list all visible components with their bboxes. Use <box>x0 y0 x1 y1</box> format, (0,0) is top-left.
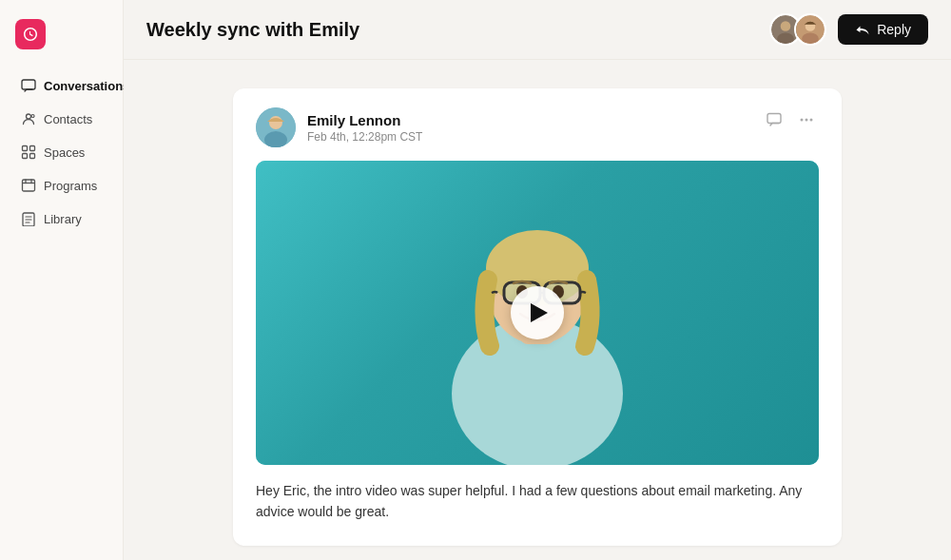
svg-point-11 <box>777 33 794 45</box>
main-area: Weekly sync with Emily <box>124 0 951 560</box>
sender-date: Feb 4th, 12:28pm CST <box>307 130 422 144</box>
contacts-icon <box>21 111 36 126</box>
play-triangle-icon <box>531 303 548 322</box>
more-options-button[interactable] <box>794 107 819 132</box>
header-actions: Reply <box>769 13 928 46</box>
svg-point-21 <box>810 119 813 122</box>
sidebar-item-programs[interactable]: Programs <box>6 169 117 202</box>
sender-details: Emily Lennon Feb 4th, 12:28pm CST <box>307 112 422 144</box>
content-area: Emily Lennon Feb 4th, 12:28pm CST <box>124 60 951 560</box>
sidebar-item-library[interactable]: Library <box>6 203 117 235</box>
sidebar-item-conversations[interactable]: Conversations <box>6 69 117 102</box>
sender-info: Emily Lennon Feb 4th, 12:28pm CST <box>256 107 422 147</box>
logo-area <box>0 11 123 68</box>
library-icon <box>21 211 36 226</box>
sidebar-item-spaces[interactable]: Spaces <box>6 136 117 168</box>
svg-point-14 <box>802 33 819 45</box>
sidebar-nav: Conversations Contacts Sp <box>0 68 123 236</box>
svg-point-2 <box>31 115 34 118</box>
sender-name: Emily Lennon <box>307 112 422 128</box>
participant-avatar-female <box>794 13 826 46</box>
svg-rect-18 <box>767 114 781 124</box>
sidebar-item-contacts[interactable]: Contacts <box>6 103 117 135</box>
programs-icon <box>21 178 36 193</box>
spaces-label: Spaces <box>44 145 85 160</box>
reply-icon <box>855 22 870 37</box>
comment-button[interactable] <box>762 107 786 132</box>
page-header: Weekly sync with Emily <box>124 0 951 60</box>
reply-label: Reply <box>877 22 911 37</box>
svg-rect-4 <box>30 146 35 151</box>
svg-point-20 <box>805 119 808 122</box>
conversations-label: Conversations <box>44 79 129 93</box>
svg-rect-0 <box>22 80 35 89</box>
video-thumbnail[interactable] <box>256 161 819 465</box>
play-button[interactable] <box>511 286 564 339</box>
reply-button[interactable]: Reply <box>838 14 928 45</box>
svg-point-10 <box>781 21 791 31</box>
svg-rect-6 <box>30 154 35 159</box>
svg-rect-3 <box>23 146 28 151</box>
message-body: Hey Eric, the intro video was super help… <box>256 480 819 523</box>
page-title: Weekly sync with Emily <box>146 19 359 41</box>
contacts-label: Contacts <box>44 112 92 126</box>
comment-icon <box>766 111 783 128</box>
message-actions <box>762 107 819 132</box>
svg-point-1 <box>27 114 31 119</box>
participants-avatars <box>769 13 826 46</box>
svg-rect-7 <box>23 180 35 191</box>
more-icon <box>798 111 815 128</box>
library-label: Library <box>44 212 82 226</box>
message-card: Emily Lennon Feb 4th, 12:28pm CST <box>233 88 842 546</box>
message-header: Emily Lennon Feb 4th, 12:28pm CST <box>256 107 819 147</box>
svg-rect-5 <box>23 154 28 159</box>
conversations-icon <box>21 78 36 93</box>
programs-label: Programs <box>44 179 97 193</box>
spaces-icon <box>21 145 36 160</box>
sender-avatar <box>256 107 296 147</box>
sidebar: Conversations Contacts Sp <box>0 0 124 560</box>
app-logo <box>15 19 46 49</box>
svg-point-19 <box>801 119 804 122</box>
